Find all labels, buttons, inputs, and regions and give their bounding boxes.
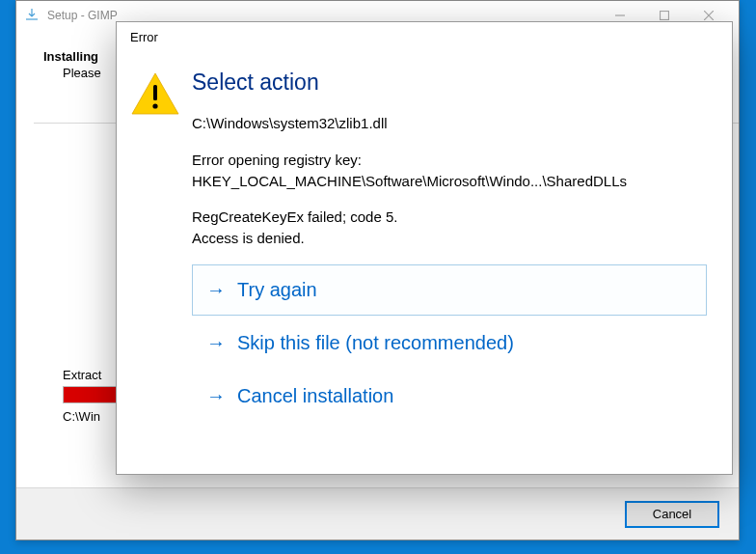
bottom-bar: Cancel xyxy=(16,487,739,540)
arrow-right-icon: → xyxy=(206,332,226,354)
arrow-right-icon: → xyxy=(206,385,226,407)
error-message-2: RegCreateKeyEx failed; code 5. Access is… xyxy=(192,207,707,249)
error-title: Error xyxy=(117,22,732,48)
error-dialog: Error Select action C:\Windows\system32\… xyxy=(116,21,733,475)
action-cancel-install[interactable]: → Cancel installation xyxy=(192,371,707,422)
arrow-right-icon: → xyxy=(206,279,226,301)
cancel-button[interactable]: Cancel xyxy=(625,501,719,528)
error-content: Select action C:\Windows\system32\zlib1.… xyxy=(192,69,707,424)
setup-title: Setup - GIMP xyxy=(47,9,118,22)
svg-rect-5 xyxy=(153,85,157,100)
action-label: Try again xyxy=(237,279,317,301)
action-label: Skip this file (not recommended) xyxy=(237,332,514,354)
error-heading: Select action xyxy=(192,69,707,96)
svg-point-6 xyxy=(152,103,157,108)
progress-fill xyxy=(64,387,119,402)
action-skip-file[interactable]: → Skip this file (not recommended) xyxy=(192,318,707,369)
warning-icon xyxy=(130,69,180,424)
action-label: Cancel installation xyxy=(237,385,393,407)
installer-icon xyxy=(24,8,40,23)
error-file-path: C:\Windows\system32\zlib1.dll xyxy=(192,113,707,134)
error-message-1: Error opening registry key: HKEY_LOCAL_M… xyxy=(192,150,707,192)
svg-rect-0 xyxy=(661,12,669,20)
action-try-again[interactable]: → Try again xyxy=(192,264,707,316)
